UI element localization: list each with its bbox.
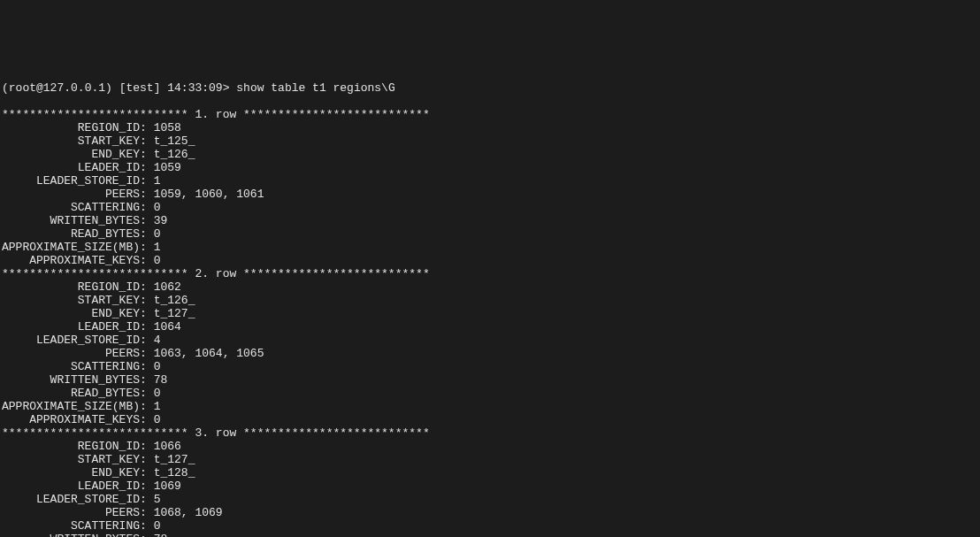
field-key: END_KEY [2, 307, 140, 320]
field-value: 0 [154, 254, 161, 267]
field-key: LEADER_STORE_ID [2, 174, 140, 188]
field-separator: : [140, 320, 154, 334]
row-separator: *************************** 3. row *****… [2, 426, 978, 440]
field-value: t_126_ [154, 294, 195, 307]
field-key: REGION_ID [2, 121, 140, 134]
field-value: 4 [154, 334, 161, 347]
field-key: APPROXIMATE_SIZE(MB) [2, 241, 140, 254]
field-separator: : [140, 148, 154, 161]
field-value: 5 [154, 493, 161, 506]
field-value: 0 [154, 519, 161, 533]
row-separator: *************************** 1. row *****… [2, 108, 978, 121]
result-field-line: LEADER_ID: 1064 [2, 320, 978, 334]
result-field-line: APPROXIMATE_SIZE(MB): 1 [2, 241, 978, 254]
field-separator: : [140, 440, 154, 453]
field-value: t_128_ [154, 466, 195, 479]
field-separator: : [140, 533, 154, 537]
result-field-line: SCATTERING: 0 [2, 519, 978, 533]
result-field-line: APPROXIMATE_KEYS: 0 [2, 254, 978, 267]
field-value: 1066 [154, 440, 181, 453]
field-separator: : [140, 479, 154, 493]
result-field-line: SCATTERING: 0 [2, 360, 978, 373]
field-key: READ_BYTES [2, 227, 140, 241]
result-field-line: READ_BYTES: 0 [2, 387, 978, 400]
field-separator: : [140, 280, 154, 294]
field-value: 1062 [154, 280, 181, 294]
field-key: LEADER_STORE_ID [2, 334, 140, 347]
field-separator: : [140, 214, 154, 227]
field-separator: : [140, 413, 154, 426]
field-key: END_KEY [2, 148, 140, 161]
field-separator: : [140, 453, 154, 466]
field-separator: : [140, 134, 154, 148]
result-field-line: REGION_ID: 1062 [2, 280, 978, 294]
field-value: 78 [154, 533, 168, 537]
result-field-line: LEADER_ID: 1059 [2, 161, 978, 174]
prompt-time: 14:33:09 [167, 81, 222, 95]
result-field-line: REGION_ID: 1066 [2, 440, 978, 453]
terminal-output: (root@127.0.0.1) [test] 14:33:09> show t… [0, 66, 980, 537]
field-value: 39 [154, 214, 168, 227]
result-rows: *************************** 1. row *****… [2, 108, 978, 537]
field-key: APPROXIMATE_SIZE(MB) [2, 400, 140, 413]
prompt-line[interactable]: (root@127.0.0.1) [test] 14:33:09> show t… [2, 81, 978, 95]
result-field-line: START_KEY: t_126_ [2, 294, 978, 307]
result-field-line: READ_BYTES: 0 [2, 227, 978, 241]
field-key: LEADER_ID [2, 320, 140, 334]
field-separator: : [140, 201, 154, 214]
field-value: t_127_ [154, 453, 195, 466]
field-key: END_KEY [2, 466, 140, 479]
row-separator: *************************** 2. row *****… [2, 267, 978, 280]
field-separator: : [140, 121, 154, 134]
field-key: SCATTERING [2, 519, 140, 533]
field-value: t_127_ [154, 307, 195, 320]
field-key: PEERS [2, 188, 140, 201]
field-value: 0 [154, 201, 161, 214]
field-key: LEADER_ID [2, 161, 140, 174]
result-field-line: PEERS: 1059, 1060, 1061 [2, 188, 978, 201]
field-separator: : [140, 188, 154, 201]
field-value: t_126_ [154, 148, 195, 161]
field-key: APPROXIMATE_KEYS [2, 254, 140, 267]
field-value: 1064 [154, 320, 181, 334]
field-value: 0 [154, 413, 161, 426]
field-value: 0 [154, 227, 161, 241]
result-field-line: LEADER_ID: 1069 [2, 479, 978, 493]
result-field-line: PEERS: 1068, 1069 [2, 506, 978, 519]
field-separator: : [140, 227, 154, 241]
prompt-user-host: root@127.0.0.1 [9, 81, 105, 95]
prompt-command: show table t1 regions\G [236, 81, 394, 95]
field-separator: : [140, 307, 154, 320]
field-value: 0 [154, 360, 161, 373]
field-separator: : [140, 493, 154, 506]
field-value: 1 [154, 400, 161, 413]
result-field-line: START_KEY: t_125_ [2, 134, 978, 148]
result-field-line: START_KEY: t_127_ [2, 453, 978, 466]
field-separator: : [140, 161, 154, 174]
result-field-line: WRITTEN_BYTES: 78 [2, 533, 978, 537]
field-key: WRITTEN_BYTES [2, 533, 140, 537]
result-field-line: END_KEY: t_126_ [2, 148, 978, 161]
result-field-line: REGION_ID: 1058 [2, 121, 978, 134]
field-key: SCATTERING [2, 360, 140, 373]
field-separator: : [140, 294, 154, 307]
result-field-line: PEERS: 1063, 1064, 1065 [2, 347, 978, 360]
result-field-line: WRITTEN_BYTES: 78 [2, 373, 978, 387]
field-separator: : [140, 387, 154, 400]
field-value: 1063, 1064, 1065 [154, 347, 264, 360]
field-key: READ_BYTES [2, 387, 140, 400]
field-separator: : [140, 466, 154, 479]
field-value: 1069 [154, 479, 181, 493]
field-separator: : [140, 254, 154, 267]
field-separator: : [140, 400, 154, 413]
field-key: WRITTEN_BYTES [2, 373, 140, 387]
result-field-line: SCATTERING: 0 [2, 201, 978, 214]
field-value: 78 [154, 373, 168, 387]
result-field-line: WRITTEN_BYTES: 39 [2, 214, 978, 227]
field-key: APPROXIMATE_KEYS [2, 413, 140, 426]
field-separator: : [140, 174, 154, 188]
result-field-line: END_KEY: t_127_ [2, 307, 978, 320]
prompt-db: test [126, 81, 153, 95]
field-value: 1058 [154, 121, 181, 134]
field-key: PEERS [2, 347, 140, 360]
